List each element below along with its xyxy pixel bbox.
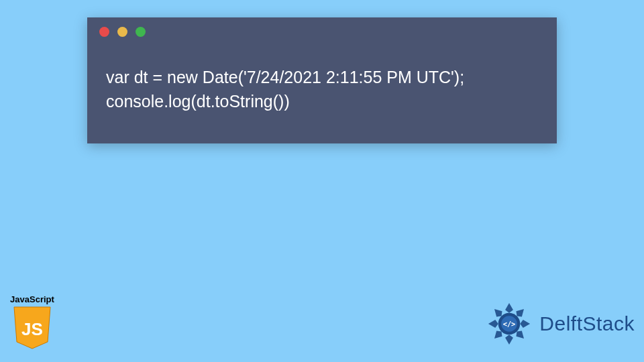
javascript-badge: JavaScript JS <box>5 294 59 353</box>
code-line: var dt = new Date('7/24/2021 2:11:55 PM … <box>106 68 464 86</box>
javascript-shield-icon: JS <box>11 306 53 350</box>
svg-text:</>: </> <box>503 320 516 328</box>
delftstack-logo-icon: </> <box>484 299 534 349</box>
minimize-icon[interactable] <box>117 27 127 37</box>
close-icon[interactable] <box>99 27 109 37</box>
window-titlebar <box>87 17 557 42</box>
code-line: console.log(dt.toString()) <box>106 92 290 111</box>
code-body: var dt = new Date('7/24/2021 2:11:55 PM … <box>87 42 557 143</box>
delftstack-brand: </> DelftStack <box>484 299 635 349</box>
js-letters: JS <box>21 319 43 339</box>
javascript-label: JavaScript <box>5 294 59 304</box>
delftstack-text: DelftStack <box>539 312 635 335</box>
code-window: var dt = new Date('7/24/2021 2:11:55 PM … <box>87 17 557 143</box>
maximize-icon[interactable] <box>136 27 146 37</box>
